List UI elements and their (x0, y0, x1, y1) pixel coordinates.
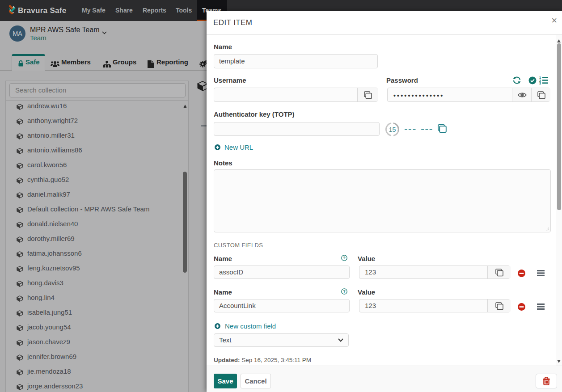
svg-text:?: ? (343, 256, 346, 260)
svg-text:15: 15 (389, 126, 396, 133)
svg-text:3: 3 (539, 82, 541, 84)
svg-text:?: ? (343, 289, 346, 294)
